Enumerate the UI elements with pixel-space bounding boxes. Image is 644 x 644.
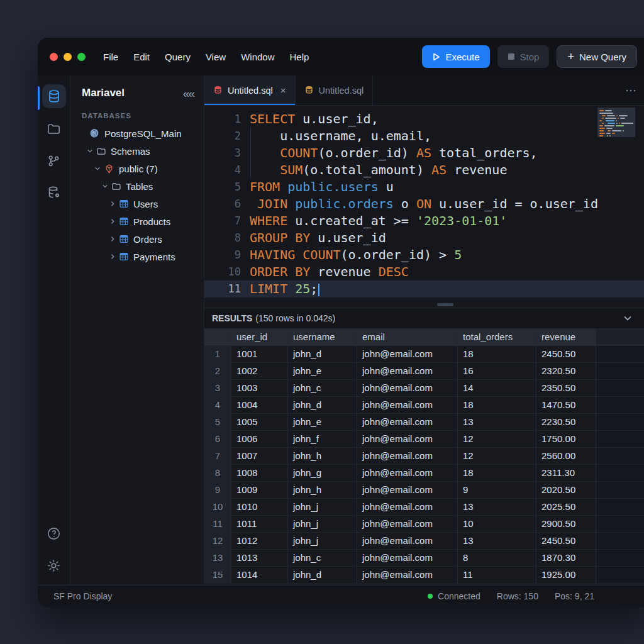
table-row[interactable]: 41004john_djohn@email.com181470.50 xyxy=(204,397,644,414)
data-cell: john@email.com xyxy=(357,448,458,464)
tree-item-payments[interactable]: Payments xyxy=(70,248,204,265)
rail-files-button[interactable] xyxy=(42,116,66,140)
rail-db-settings-button[interactable] xyxy=(42,180,66,204)
tree-item-tables[interactable]: Tables xyxy=(70,177,204,195)
rail-branches-button[interactable] xyxy=(42,148,66,172)
data-cell: 1005 xyxy=(231,414,288,430)
table-row[interactable]: 111011john_jjohn@email.com102900.50 xyxy=(204,516,644,533)
tree-item-schemas[interactable]: Schemas xyxy=(70,142,204,160)
divider-drag-handle[interactable] xyxy=(437,303,453,306)
chevron-down-icon[interactable] xyxy=(86,148,94,154)
cursor-position: Pos: 9, 21 xyxy=(555,591,594,601)
data-cell: 10 xyxy=(458,516,536,532)
table-row[interactable]: 151014john_djohn@email.com111925.00 xyxy=(204,567,644,584)
table-row[interactable]: 11001john_djohn@email.com182450.50 xyxy=(204,346,644,363)
data-cell: john@email.com xyxy=(357,346,458,362)
menu-item-file[interactable]: File xyxy=(103,52,118,62)
connection-status: Connected xyxy=(428,591,480,601)
chevron-down-icon[interactable] xyxy=(93,165,102,172)
settings-button[interactable] xyxy=(42,553,66,577)
minimap-line xyxy=(599,128,633,129)
tab-overflow-icon[interactable]: ⋯ xyxy=(625,84,644,97)
zoom-window-button[interactable] xyxy=(77,53,86,61)
collapse-sidebar-icon[interactable]: «« xyxy=(183,87,194,99)
table-row[interactable]: 81008john_gjohn@email.com182311.30 xyxy=(204,465,644,482)
tree-item-label: Users xyxy=(133,199,158,209)
tree-item-postgresql-main[interactable]: PostgreSQL_Main xyxy=(70,125,204,142)
chevron-down-icon[interactable] xyxy=(101,183,109,189)
table-row[interactable]: 101010john_jjohn@email.com132025.50 xyxy=(204,499,644,516)
results-header: RESULTS (150 rows in 0.042s) xyxy=(204,308,644,329)
column-header-revenue[interactable]: revenue xyxy=(536,329,596,345)
minimize-window-button[interactable] xyxy=(64,53,72,61)
table-row[interactable]: 91009john_hjohn@email.com92020.50 xyxy=(204,482,644,499)
data-cell: john_e xyxy=(288,414,357,430)
data-cell: 1013 xyxy=(231,550,288,566)
row-number-cell: 7 xyxy=(204,448,231,464)
line-number: 8 xyxy=(204,230,241,247)
table-row[interactable]: 131013john_cjohn@email.com81870.30 xyxy=(204,550,644,567)
help-button[interactable] xyxy=(42,521,66,545)
rail-databases-button[interactable] xyxy=(42,84,66,108)
close-window-button[interactable] xyxy=(50,53,58,61)
column-header-user_id[interactable]: user_id xyxy=(231,329,288,345)
results-meta: (150 rows in 0.042s) xyxy=(255,313,335,323)
chevron-right-icon[interactable] xyxy=(108,236,117,242)
stop-button[interactable]: Stop xyxy=(497,45,550,68)
chevron-right-icon[interactable] xyxy=(108,253,117,260)
data-cell: 12 xyxy=(458,431,536,447)
collapse-results-icon[interactable] xyxy=(623,313,633,323)
code-line-text: HAVING COUNT(o.order_id) > 5 xyxy=(250,247,462,264)
data-cell: john_c xyxy=(288,550,357,566)
minimap-line xyxy=(599,115,633,116)
chevron-right-icon[interactable] xyxy=(108,218,117,225)
data-cell: 2230.50 xyxy=(536,414,596,430)
table-row[interactable]: 121012john_jjohn@email.com132450.50 xyxy=(204,533,644,550)
chevron-right-icon[interactable] xyxy=(108,201,117,207)
column-header-username[interactable]: username xyxy=(288,329,357,345)
column-header-email[interactable]: email xyxy=(357,329,458,345)
menu-item-edit[interactable]: Edit xyxy=(133,52,150,62)
data-cell: 13 xyxy=(458,499,536,515)
tree-item-orders[interactable]: Orders xyxy=(70,230,204,248)
titlebar: FileEditQueryViewWindowHelp Execute Stop… xyxy=(38,38,644,75)
editor-pane: Untitled.sql×Untitled.sql ⋯ 1SELECT u.us… xyxy=(204,75,644,585)
database-icon-amber xyxy=(304,86,314,95)
app-window: FileEditQueryViewWindowHelp Execute Stop… xyxy=(38,38,644,607)
minimap-line xyxy=(599,123,633,124)
close-tab-icon[interactable]: × xyxy=(280,85,286,96)
data-cell: 8 xyxy=(458,550,536,566)
menu-item-query[interactable]: Query xyxy=(165,52,191,62)
table-row[interactable]: 21002john_ejohn@email.com162320.50 xyxy=(204,363,644,380)
column-header-total_orders[interactable]: total_orders xyxy=(458,329,536,345)
data-cell: 1870.30 xyxy=(536,550,596,566)
data-cell: john_h xyxy=(288,482,357,498)
menu-item-window[interactable]: Window xyxy=(241,52,274,62)
gear-icon xyxy=(47,558,61,573)
data-cell: 1012 xyxy=(231,533,288,549)
tab-1-active[interactable]: Untitled.sql× xyxy=(204,75,296,105)
status-bar: SF Pro Display Connected Rows: 150 Pos: … xyxy=(38,585,644,607)
table-icon xyxy=(119,252,129,262)
sql-editor[interactable]: 1SELECT u.user_id,2 u.username, u.email,… xyxy=(204,106,644,302)
tab-2[interactable]: Untitled.sql xyxy=(296,75,374,105)
data-cell: john@email.com xyxy=(357,414,458,430)
editor-minimap[interactable] xyxy=(597,108,635,137)
menu-item-view[interactable]: View xyxy=(206,52,226,62)
tree-item-users[interactable]: Users xyxy=(70,195,204,213)
data-cell: 1014 xyxy=(231,567,288,583)
data-cell: 1008 xyxy=(231,465,288,481)
empty-cell xyxy=(596,499,644,515)
table-row[interactable]: 61006john_fjohn@email.com121750.00 xyxy=(204,431,644,448)
menu-item-help[interactable]: Help xyxy=(290,52,309,62)
table-row[interactable]: 31003john_cjohn@email.com142350.50 xyxy=(204,380,644,397)
tree-item-public-7-[interactable]: public (7) xyxy=(70,160,204,177)
data-cell: 2900.50 xyxy=(536,516,596,532)
table-row[interactable]: 51005john_ejohn@email.com132230.50 xyxy=(204,414,644,431)
execute-button[interactable]: Execute xyxy=(422,45,489,68)
tree-item-products[interactable]: Products xyxy=(70,213,204,230)
results-divider xyxy=(204,302,644,308)
table-row[interactable]: 71007john_hjohn@email.com122560.00 xyxy=(204,448,644,465)
new-query-button[interactable]: + New Query xyxy=(557,45,637,68)
data-cell: john_f xyxy=(288,431,357,447)
